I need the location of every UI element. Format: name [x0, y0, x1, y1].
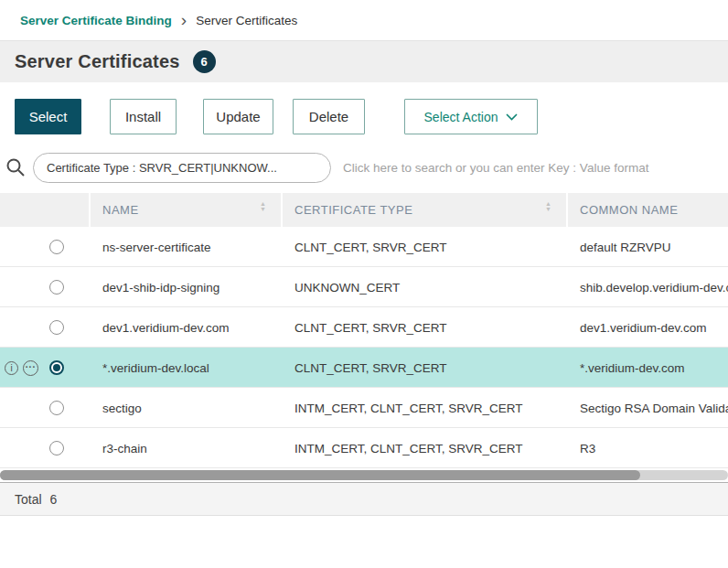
cell-common-name: shib.develop.veridium-dev.com	[580, 267, 728, 307]
info-icon[interactable]: i	[5, 361, 18, 375]
cell-name: dev1.veridium-dev.com	[102, 307, 230, 348]
horizontal-scrollbar-thumb[interactable]	[0, 470, 640, 480]
page-title: Server Certificates	[15, 51, 180, 72]
table-row[interactable]: r3-chain INTM_CERT, CLNT_CERT, SRVR_CERT…	[0, 428, 728, 468]
server-certificates-page: Server Certificate Binding › Server Cert…	[0, 0, 728, 568]
sort-down-icon: ▼	[545, 207, 551, 212]
cell-certificate-type: CLNT_CERT, SRVR_CERT	[294, 227, 447, 267]
column-divider	[566, 193, 568, 227]
sort-icon[interactable]: ▲▼	[260, 201, 266, 212]
chevron-right-icon: ›	[181, 11, 187, 28]
cell-name: sectigo	[102, 388, 142, 428]
column-divider	[89, 193, 91, 227]
sort-down-icon: ▼	[260, 207, 266, 212]
row-radio[interactable]	[49, 320, 64, 335]
delete-button[interactable]: Delete	[293, 99, 365, 134]
cell-common-name: Sectigo RSA Domain Validation Secure Ser…	[580, 388, 728, 428]
table-row[interactable]: sectigo INTM_CERT, CLNT_CERT, SRVR_CERT …	[0, 388, 728, 428]
table-body: ns-server-certificate CLNT_CERT, SRVR_CE…	[0, 227, 728, 468]
update-button[interactable]: Update	[203, 99, 273, 134]
more-actions-icon[interactable]: ···	[23, 360, 38, 376]
column-header-common-name[interactable]: COMMON NAME	[580, 193, 678, 227]
row-radio[interactable]	[49, 240, 64, 254]
cell-name: *.veridium-dev.local	[102, 348, 209, 388]
cell-name: dev1-shib-idp-signing	[102, 267, 219, 307]
table-row[interactable]: dev1-shib-idp-signing UNKNOWN_CERT shib.…	[0, 267, 728, 307]
breadcrumb-current: Server Certificates	[196, 14, 297, 27]
cell-name: r3-chain	[102, 428, 147, 468]
filter-chip-certificate-type[interactable]: Certificate Type : SRVR_CERT|UNKNOW...	[33, 153, 331, 183]
column-header-certificate-type[interactable]: CERTIFICATE TYPE	[294, 193, 412, 227]
sort-icon[interactable]: ▲▼	[545, 201, 551, 212]
row-radio[interactable]	[49, 441, 64, 455]
select-button[interactable]: Select	[15, 99, 81, 134]
horizontal-scrollbar-track[interactable]	[0, 470, 728, 480]
row-radio[interactable]	[49, 401, 64, 415]
cell-certificate-type: INTM_CERT, CLNT_CERT, SRVR_CERT	[294, 388, 523, 428]
cell-certificate-type: CLNT_CERT, SRVR_CERT	[294, 307, 447, 348]
total-label: Total	[15, 492, 42, 507]
search-icon[interactable]	[5, 157, 26, 177]
install-button[interactable]: Install	[110, 99, 177, 134]
row-radio[interactable]	[49, 280, 64, 295]
cell-certificate-type: CLNT_CERT, SRVR_CERT	[294, 348, 447, 388]
page-title-band: Server Certificates 6	[0, 40, 728, 82]
cell-common-name: R3	[580, 428, 595, 468]
select-action-dropdown[interactable]: Select Action	[404, 99, 538, 134]
cell-common-name: dev1.veridium-dev.com	[580, 307, 707, 348]
cell-certificate-type: INTM_CERT, CLNT_CERT, SRVR_CERT	[294, 428, 523, 468]
select-action-label: Select Action	[424, 110, 498, 124]
row-radio-checked[interactable]	[49, 360, 64, 375]
breadcrumb: Server Certificate Binding › Server Cert…	[0, 0, 728, 40]
table-row[interactable]: ns-server-certificate CLNT_CERT, SRVR_CE…	[0, 227, 728, 267]
total-value: 6	[50, 492, 58, 507]
column-divider	[281, 193, 283, 227]
table-header: NAME CERTIFICATE TYPE COMMON NAME ▲▼ ▲▼	[0, 193, 728, 227]
chevron-down-icon	[506, 113, 518, 121]
search-input[interactable]: Click here to search or you can enter Ke…	[343, 153, 648, 183]
column-header-name[interactable]: NAME	[102, 193, 139, 227]
cell-common-name: default RZRVPU	[580, 227, 671, 267]
table-row-selected[interactable]: i ··· *.veridium-dev.local CLNT_CERT, SR…	[0, 348, 728, 388]
breadcrumb-link-server-certificate-binding[interactable]: Server Certificate Binding	[20, 14, 172, 27]
cell-common-name: *.veridium-dev.com	[580, 348, 685, 388]
cell-certificate-type: UNKNOWN_CERT	[294, 267, 400, 307]
count-badge: 6	[193, 50, 216, 73]
table-row[interactable]: dev1.veridium-dev.com CLNT_CERT, SRVR_CE…	[0, 307, 728, 348]
table-footer: Total 6	[0, 482, 728, 516]
cell-name: ns-server-certificate	[102, 227, 211, 267]
